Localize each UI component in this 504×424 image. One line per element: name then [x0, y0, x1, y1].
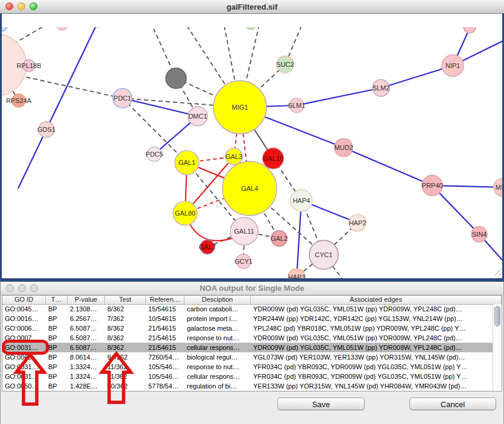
table-row[interactable]: GO:0006…BP6.5087…8/36221/54615galactose …	[2, 323, 493, 333]
table-body: GO:0045…BP2.1308…8/36215/54615carbon cat…	[2, 304, 493, 391]
table-cell: 10/54615	[146, 314, 184, 323]
column-header-2[interactable]: P-value	[68, 296, 105, 304]
column-header-4[interactable]: Referen…	[146, 296, 184, 304]
table-cell: 1.3324…	[68, 362, 105, 372]
table-cell: 7/362	[105, 314, 146, 323]
noa-zoom-button[interactable]	[30, 284, 38, 292]
noa-close-button[interactable]	[6, 284, 14, 292]
table-cell: galactose meta…	[184, 323, 251, 333]
noa-window: NOA output for Single Mode GO IDT…P-valu…	[0, 281, 504, 424]
cancel-button[interactable]: Cancel	[409, 398, 496, 410]
node-label-GAL80: GAL80	[175, 210, 195, 217]
table-row[interactable]: GO:0016…BP6.2567…7/36210/54615protein im…	[2, 314, 493, 323]
close-button[interactable]	[5, 2, 13, 10]
node-label-HAP3: HAP3	[288, 273, 306, 278]
table-cell: BP	[46, 333, 68, 343]
table-cell: 7260/54…	[146, 352, 184, 362]
node-label-SIN4: SIN4	[472, 231, 487, 238]
table-cell: YDR009W (pd) YGL035C, YML051W (pp) YDR00…	[251, 333, 493, 343]
zoom-button[interactable]	[30, 2, 37, 10]
node-label-PDC1: PDC1	[113, 95, 131, 102]
minimize-button[interactable]	[17, 2, 25, 10]
table-cell: 80/362	[105, 381, 146, 391]
node-unlabeled[interactable]	[464, 27, 476, 33]
noa-traffic-lights	[6, 284, 38, 292]
column-header-3[interactable]: Test	[105, 296, 146, 304]
node-label-RPL18B: RPL18B	[17, 62, 42, 69]
column-header-6[interactable]: Associated edges	[251, 296, 502, 304]
table-cell: 21/54615	[146, 333, 184, 343]
table-row[interactable]: GO:0031…BP6.5087…8/36221/54615cellular r…	[2, 343, 493, 352]
node-unlabeled[interactable]	[246, 27, 256, 30]
table-cell: protein import i…	[184, 314, 251, 323]
table-cell: GO:0006…	[2, 323, 46, 333]
noa-minimize-button[interactable]	[18, 284, 26, 292]
table-cell: BP	[46, 352, 68, 362]
table-cell: YFR034C (pd) YBR093C, YDR009W (pd) YGL03…	[251, 362, 493, 372]
network-canvas[interactable]: RPL18BRPS24AGDS1PDC1DMC1MIG1SUC2SLM1SLM2…	[0, 14, 504, 278]
table-cell: response to nut…	[184, 362, 251, 372]
table-row[interactable]: GO:0045…BP2.1308…8/36215/54615carbon cat…	[2, 304, 493, 314]
node-unlabeled[interactable]	[166, 68, 186, 89]
node-label-GAL10: GAL10	[263, 155, 283, 162]
network-titlebar[interactable]: galFiltered.sif	[0, 0, 504, 14]
node-unlabeled[interactable]	[57, 27, 68, 30]
noa-results-table: GO IDT…P-valueTestReferen…DesciptionAsso…	[2, 295, 502, 391]
scrollbar-thumb[interactable]	[494, 306, 500, 326]
network-window-title: galFiltered.sif	[227, 2, 278, 11]
node-label-GAL11: GAL11	[234, 228, 254, 235]
edge-blue	[297, 201, 301, 277]
node-label-CYC1: CYC1	[315, 251, 332, 258]
node-label-RPS24A: RPS24A	[6, 97, 32, 104]
table-cell: BP	[46, 362, 68, 372]
table-cell: BP	[46, 323, 68, 333]
table-cell: 15/54615	[146, 304, 184, 314]
save-button[interactable]: Save	[277, 398, 365, 410]
table-cell: 2.1308…	[68, 304, 105, 314]
table-row[interactable]: GO:0007…BP6.5087…8/36221/54615response t…	[2, 333, 493, 343]
table-row[interactable]: GO:0065…BP8.0614…94/3627260/54…biologica…	[2, 352, 493, 362]
table-row[interactable]: GO:0050…BP1.428E…80/3625778/54…regulatio…	[2, 381, 493, 391]
table-cell: biological regul…	[184, 352, 251, 362]
node-label-SLM1: SLM1	[288, 102, 306, 109]
column-header-1[interactable]: T…	[46, 296, 68, 304]
edge-blue	[18, 27, 98, 189]
table-cell: 5778/54…	[146, 381, 184, 391]
table-row[interactable]: GO:0031…BP1.3324…11/362105/546…response …	[2, 362, 493, 372]
table-cell: YFR034C (pd) YBR093C, YDR009W (pd) YGL03…	[251, 372, 493, 381]
node-label-GCY1: GCY1	[235, 258, 253, 265]
table-cell: GO:0007…	[2, 333, 46, 343]
node-label-DMC1: DMC1	[188, 113, 207, 120]
table-cell: response to nut…	[184, 333, 251, 343]
table-cell: YDR009W (pd) YGL035C, YML051W (pp) YDR00…	[251, 343, 493, 352]
table-cell: cellular respons…	[184, 343, 251, 352]
traffic-lights	[5, 2, 37, 10]
node-label-PDC5: PDC5	[145, 151, 163, 158]
table-cell: BP	[46, 304, 68, 314]
column-header-0[interactable]: GO ID	[2, 296, 46, 304]
table-cell: YDR009W (pd) YGL035C, YML051W (pp) YDR00…	[251, 304, 493, 314]
column-header-5[interactable]: Desciption	[184, 296, 251, 304]
node-label-MIG1: MIG1	[232, 104, 248, 111]
table-cell: 8.0614…	[68, 352, 105, 362]
table-cell: 105/546…	[146, 372, 184, 381]
node-label-GAL1: GAL1	[178, 159, 195, 166]
table-cell: BP	[46, 343, 68, 352]
table-cell: GO:0050…	[2, 381, 46, 391]
table-cell: GO:0045…	[2, 304, 46, 314]
table-cell: GO:0065…	[2, 352, 46, 362]
table-cell: 21/54615	[146, 343, 184, 352]
table-row[interactable]: GO:0031…BP1.3324…11/362105/546…cellular …	[2, 372, 493, 381]
table-cell: BP	[46, 314, 68, 323]
node-label-GAL2: GAL2	[271, 235, 288, 242]
table-cell: 8/362	[105, 304, 146, 314]
table-cell: 8/362	[105, 343, 146, 352]
network-graph: RPL18BRPS24AGDS1PDC1DMC1MIG1SUC2SLM1SLM2…	[0, 27, 504, 278]
table-cell: 105/546…	[146, 362, 184, 372]
table-cell: YER133W (pp) YOR315W, YNL145W (pd) YHR08…	[251, 381, 493, 391]
noa-titlebar[interactable]: NOA output for Single Mode	[1, 282, 503, 295]
node-label-HAP2: HAP2	[349, 219, 367, 226]
table-cell: BP	[46, 372, 68, 381]
vertical-scrollbar[interactable]	[493, 304, 502, 391]
table-cell: GO:0031…	[2, 362, 46, 372]
